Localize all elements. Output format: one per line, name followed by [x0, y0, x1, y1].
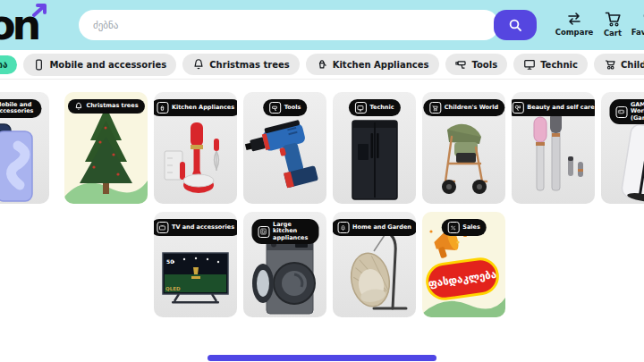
compare-arrows-icon — [565, 12, 583, 26]
bell-icon — [73, 102, 82, 111]
card-label: Large kitchen appliances — [273, 222, 312, 241]
tree-icon — [337, 222, 349, 233]
favorites-label: Favorites — [631, 28, 644, 37]
category-card-game-world[interactable]: GAME World (Gaming) — [601, 92, 644, 204]
card-label: Technic — [369, 105, 394, 111]
favorites-button[interactable]: Favorites — [624, 12, 644, 37]
card-label-pill: Sales — [441, 219, 487, 236]
nav-chip-tools[interactable]: Tools — [445, 54, 508, 75]
gamepad-icon — [615, 106, 627, 118]
search-button[interactable] — [494, 10, 537, 40]
card-label: Mobile and accessories — [0, 102, 35, 115]
card-label: Sales — [462, 224, 480, 231]
stroller-icon — [429, 102, 441, 114]
nav-chip-category[interactable]: კატეგორია — [0, 55, 17, 74]
cart-icon — [605, 12, 622, 27]
card-label-pill: GAME World (Gaming) — [609, 99, 644, 124]
tv-icon — [157, 222, 168, 233]
phone-icon — [33, 58, 45, 72]
search-input[interactable] — [79, 10, 499, 40]
monitor-icon — [354, 102, 366, 114]
nav-divider — [0, 79, 644, 80]
card-label-pill: Kitchen Appliances — [154, 99, 237, 116]
card-label: GAME World (Gaming) — [631, 102, 644, 122]
header: on Compare — [0, 0, 644, 50]
card-label-pill: Mobile and accessories — [0, 99, 41, 118]
tv-panel-label: QLED — [165, 286, 181, 291]
sale-badge-text: ფასდაკლება — [428, 268, 497, 290]
hairdryer-icon — [512, 102, 523, 114]
chip-strip: კატეგორია Mobile and accessories Christm… — [0, 54, 644, 76]
card-label-pill: Technic — [348, 99, 400, 116]
stroller-icon — [604, 58, 616, 71]
category-card-christmas-trees[interactable]: Christmas trees — [64, 92, 148, 204]
card-label: Beauty and self care — [527, 105, 594, 111]
category-card-childrens-world[interactable]: Children's World — [422, 92, 505, 204]
tv-size-label: 50 — [166, 258, 174, 265]
card-label-pill: Christmas trees — [67, 99, 144, 114]
nav-chip-mobile[interactable]: Mobile and accessories — [23, 54, 176, 76]
chip-label: Christmas trees — [209, 60, 289, 70]
chip-label: Tools — [472, 60, 498, 70]
carousel-scrollbar[interactable] — [208, 355, 436, 361]
nav-chip-christmas-trees[interactable]: Christmas trees — [182, 54, 299, 75]
nav-chip-childrens-world[interactable]: Children's World — [594, 54, 644, 75]
category-card-kitchen-appliances[interactable]: Kitchen Appliances — [154, 92, 237, 204]
logo-arrow-icon — [32, 4, 48, 18]
monitor-icon — [523, 58, 536, 71]
kettle-icon — [157, 102, 168, 114]
drill-icon — [455, 58, 468, 71]
chip-label: Mobile and accessories — [49, 60, 166, 70]
card-label-pill: Children's World — [423, 99, 504, 116]
card-label: Kitchen Appliances — [172, 105, 234, 111]
percent-icon — [447, 222, 459, 233]
washer-icon — [258, 226, 269, 238]
card-label: TV and accessories — [172, 224, 234, 231]
category-card-home-garden[interactable]: Home and Garden — [333, 212, 416, 317]
chip-label: Kitchen Appliances — [333, 60, 429, 70]
chip-label: კატეგორია — [0, 60, 7, 70]
search-bar — [79, 10, 537, 40]
category-card-sales[interactable]: Sales ფასდაკლება — [422, 212, 505, 317]
kettle-icon — [316, 58, 328, 71]
category-card-technic[interactable]: Technic — [333, 92, 416, 204]
search-icon — [508, 18, 522, 32]
card-label-pill: Tools — [263, 99, 308, 116]
drill-icon — [269, 102, 281, 114]
category-card-large-kitchen[interactable]: Large kitchen appliances — [243, 212, 326, 317]
card-label-pill: Home and Garden — [333, 219, 416, 236]
card-label: Home and Garden — [352, 224, 411, 231]
category-card-tools[interactable]: Tools — [243, 92, 326, 204]
nav-chip-technic[interactable]: Technic — [513, 54, 588, 75]
card-label: Christmas trees — [86, 103, 138, 109]
card-label-pill: Beauty and self care — [512, 99, 595, 116]
card-label-pill: TV and accessories — [154, 219, 237, 236]
page: on Compare — [0, 0, 644, 362]
cart-label: Cart — [604, 29, 622, 38]
category-card-tv[interactable]: TV and accessories 50 QLED — [154, 212, 237, 317]
card-label: Children's World — [445, 105, 498, 111]
nav-chip-kitchen-appliances[interactable]: Kitchen Appliances — [306, 54, 439, 75]
chip-label: Technic — [540, 60, 578, 70]
chip-label: Children's World — [621, 60, 644, 70]
category-card-beauty[interactable]: Beauty and self care — [512, 92, 595, 204]
card-label: Tools — [284, 105, 301, 111]
bell-icon — [192, 58, 205, 71]
category-card-mobile[interactable]: Mobile and accessories — [0, 92, 49, 204]
card-label-pill: Large kitchen appliances — [251, 219, 318, 244]
category-nav: კატეგორია Mobile and accessories Christm… — [0, 50, 644, 79]
